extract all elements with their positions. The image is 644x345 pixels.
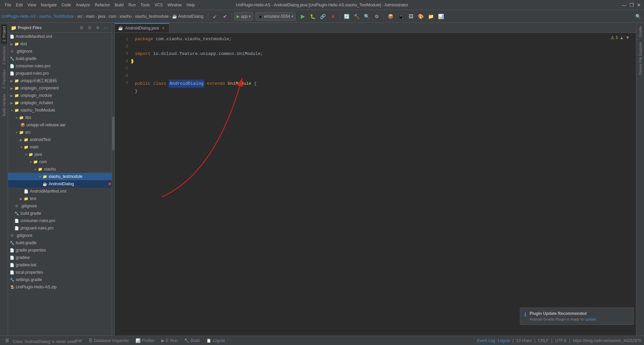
attach-debugger-button[interactable]: 🔗 [318, 12, 328, 21]
editor-tab-androidialog[interactable]: ☕ AndroidDialog.java ✕ [115, 23, 169, 32]
java-icon: ☕ [42, 181, 48, 187]
tree-item[interactable]: 📄 AndroidManifest.xml [8, 188, 112, 195]
avd-manager-button[interactable]: 📱 [396, 12, 406, 21]
settings-button[interactable]: ⚙ [372, 12, 382, 21]
structure-tab[interactable]: Z-Structure [1, 44, 7, 67]
menu-run[interactable]: Run [126, 2, 138, 8]
tree-item[interactable]: ▾ 📁 xiaohu [8, 165, 112, 173]
tree-item[interactable]: ▶ 📁 test [8, 195, 112, 202]
tree-item[interactable]: 🔧 build.gradle [8, 239, 112, 247]
tree-item[interactable]: 📄 gradlew [8, 254, 112, 261]
profiler-tab[interactable]: 📊 Profiler [133, 338, 157, 344]
notification-link[interactable]: update. [585, 317, 597, 321]
tree-item[interactable]: ▶ 📁 test [8, 40, 112, 48]
tree-item[interactable]: ▾ 📁 libs [8, 114, 112, 121]
tree-item[interactable]: 🗜 UniPlugin-Hello-AS.zip [8, 283, 112, 291]
event-log-link[interactable]: Event Log [477, 338, 495, 343]
tree-item[interactable]: 📄 AndroidManifest.xml [8, 33, 112, 40]
tree-item[interactable]: ▾ 📁 java [8, 151, 112, 158]
menu-refactor[interactable]: Refactor [93, 2, 112, 8]
tree-item[interactable]: ⚙ .gitignore [8, 202, 112, 210]
tree-item[interactable]: ▾ 📁 src [8, 129, 112, 136]
tree-item[interactable]: 📦 uniapp-v8-release.aar [8, 121, 112, 129]
tree-item[interactable]: 📄 consumer-rules.pro [8, 217, 112, 224]
breadcrumb-project[interactable]: UniPlugin-Hello-AS [1, 14, 36, 19]
code-editor[interactable]: package com.xiaohu.xiaohu_testmodule; im… [131, 33, 636, 336]
tree-item[interactable]: 📄 consumer-rules.pro [8, 62, 112, 70]
left-panel-tabs: 1: Project Z-Structure Z: Favorites Buil… [0, 23, 8, 336]
tree-item[interactable]: ▶ 📁 uniapp示例工程源码 [8, 77, 112, 84]
tree-item[interactable]: ⚙ .gitignore [8, 232, 112, 239]
warning-up-btn[interactable]: ▲ [619, 35, 624, 40]
maximize-button[interactable]: ❐ [629, 3, 634, 7]
layout-inspector-link[interactable]: Logcat [498, 338, 510, 343]
menu-analyze[interactable]: Analyze [74, 2, 92, 8]
tree-item[interactable]: 🔧 build.gradle [8, 210, 112, 217]
panel-collapse-btn[interactable]: ⊟ [86, 24, 93, 31]
layout-editor-button[interactable]: 🖼 [406, 12, 416, 21]
theme-editor-button[interactable]: 🎨 [416, 12, 426, 21]
run-tab[interactable]: ▶ 5: Run [159, 338, 180, 344]
tree-item[interactable]: ▾ 📁 xiaohu_TestModule [8, 107, 112, 114]
tree-item[interactable]: 📄 gradle.properties [8, 247, 112, 254]
breadcrumb-module[interactable]: xiaohu_TestModule [39, 14, 74, 19]
aar-icon: 📦 [20, 122, 25, 128]
tree-item-selected[interactable]: ▾ 📁 xiaohu_testmodule [8, 173, 112, 180]
tree-item[interactable]: ▾ 📁 com [8, 158, 112, 165]
panel-scrollbar-thumb[interactable] [112, 117, 114, 150]
tree-item[interactable]: ▶ 📁 androidTest [8, 136, 112, 143]
tree-item[interactable]: ⚙ .gitignore [8, 48, 112, 55]
build-button[interactable]: 🔨 [352, 12, 362, 21]
tree-item[interactable]: ▶ 📁 uniplugin_richalert [8, 99, 112, 107]
gradle-tab[interactable]: Gradle [637, 24, 643, 39]
app-dropdown[interactable]: ▶ app ▾ [234, 12, 253, 21]
resource-manager-button[interactable]: 📁 [426, 12, 436, 21]
logcat-tab[interactable]: 📋 Logcat [204, 338, 227, 344]
tree-item[interactable]: 📄 gradlew.bat [8, 261, 112, 269]
profiler-button[interactable]: 📊 [436, 12, 446, 21]
tree-item[interactable]: 📄 local.properties [8, 269, 112, 276]
emulator-dropdown[interactable]: 📱 emulator-5554 ▾ [256, 12, 295, 21]
search-everywhere-button[interactable]: 🔍 [633, 12, 643, 21]
warning-down-btn[interactable]: ▼ [625, 35, 630, 40]
panel-settings-btn[interactable]: ⚙ [94, 24, 101, 31]
tree-item[interactable]: 🔧 build.gradle [8, 55, 112, 62]
menu-edit[interactable]: Edit [14, 2, 25, 8]
menu-window[interactable]: Window [165, 2, 184, 8]
sdk-manager-button[interactable]: 📦 [386, 12, 395, 21]
device-file-explorer-tab[interactable]: Device File Explorer [637, 40, 643, 77]
tree-item[interactable]: ▶ 📁 uniplugin_module [8, 92, 112, 99]
close-button[interactable]: ✕ [637, 3, 641, 7]
menu-tools[interactable]: Tools [139, 2, 152, 8]
tree-item[interactable]: ▾ 📁 main [8, 143, 112, 151]
analyze-button[interactable]: 🔍 [362, 12, 372, 21]
tab-close-btn[interactable]: ✕ [161, 26, 166, 30]
vcs-update-button[interactable]: ↙ [210, 12, 220, 21]
database-inspector-tab[interactable]: 🗄 Database Inspector [86, 338, 131, 344]
stop-button[interactable]: ■ [328, 12, 338, 21]
tree-item[interactable]: 🔧 settings.gradle [8, 276, 112, 283]
menu-view[interactable]: View [25, 2, 38, 8]
menu-file[interactable]: File [3, 2, 13, 8]
menu-build[interactable]: Build [113, 2, 126, 8]
build-tab[interactable]: 🔨 Build [181, 338, 202, 344]
tree-item[interactable]: 📄 proguard-rules.pro [8, 224, 112, 232]
favorites-tab[interactable]: Z: Favorites [1, 67, 7, 91]
menu-help[interactable]: Help [184, 2, 197, 8]
panel-hide-btn[interactable]: — [102, 24, 109, 31]
panel-expand-btn[interactable]: ⊞ [78, 24, 85, 31]
panel-scrollbar[interactable] [112, 23, 115, 336]
minimize-button[interactable]: — [622, 3, 627, 7]
menu-navigate[interactable]: Navigate [39, 2, 59, 8]
tree-item[interactable]: ▶ 📁 uniplugin_component [8, 84, 112, 92]
tree-item-file[interactable]: ☕ AndroidDialog [8, 180, 112, 188]
project-tab[interactable]: 1: Project [1, 24, 7, 44]
tree-item[interactable]: 📄 proguard-rules.pro [8, 70, 112, 77]
menu-code[interactable]: Code [59, 2, 73, 8]
menu-vcs[interactable]: VCS [153, 2, 165, 8]
sync-button[interactable]: 🔄 [342, 12, 352, 21]
vcs-commit-button[interactable]: ✔ [220, 12, 230, 21]
build-variants-tab[interactable]: Build Variants [1, 92, 7, 118]
run-button[interactable]: ▶ [298, 12, 308, 21]
debug-button[interactable]: 🐛 [308, 12, 318, 21]
